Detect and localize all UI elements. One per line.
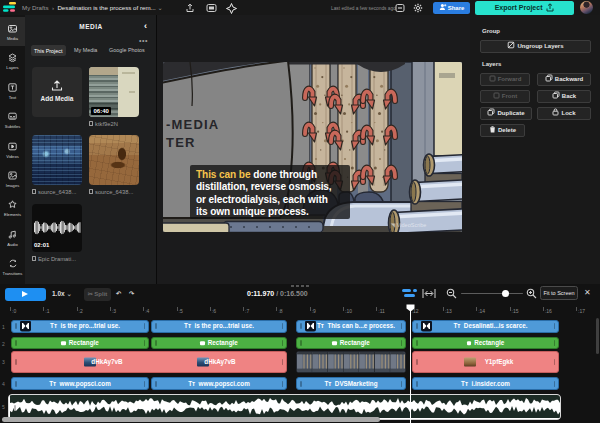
- svg-text:TER: TER: [166, 135, 196, 150]
- svg-text:-MEDIA: -MEDIA: [166, 117, 219, 132]
